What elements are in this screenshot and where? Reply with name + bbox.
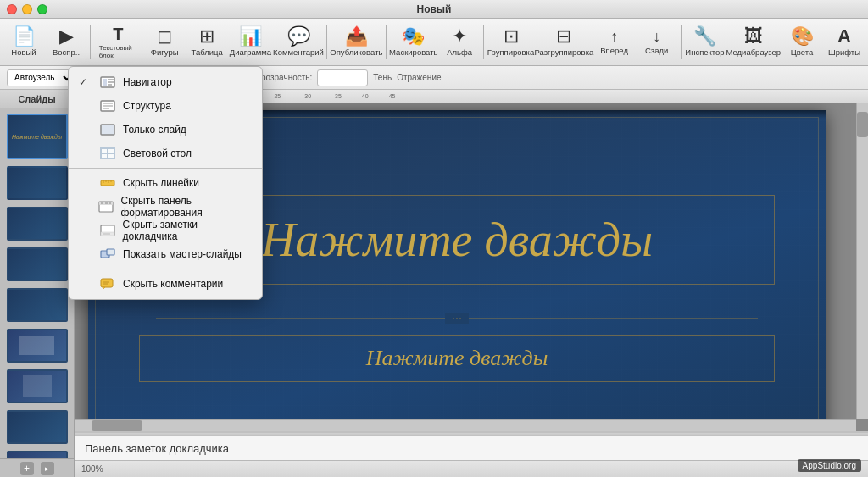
toolbar-ungroup[interactable]: ⊟ Разгруппировка <box>536 21 592 64</box>
opacity-label: Прозрачность: <box>255 73 313 82</box>
menu-item-navigator[interactable]: ✓ Навигатор <box>69 70 262 94</box>
navigator-icon <box>99 75 116 89</box>
slide-thumb-8[interactable] <box>7 410 68 444</box>
menu-separator-1 <box>69 168 262 169</box>
ruler-mark: 25 <box>274 93 281 99</box>
scrollbar-horizontal[interactable] <box>75 419 856 431</box>
toolbar-diagram[interactable]: 📊 Диаграмма <box>229 21 272 64</box>
window-title: Новый <box>417 3 452 15</box>
back-icon: ↓ <box>653 29 660 44</box>
toolbar-comment[interactable]: 💬 Комментарий <box>274 21 324 64</box>
separator-4 <box>483 25 484 59</box>
svg-rect-11 <box>102 149 107 153</box>
zoom-level: 100% <box>81 464 103 474</box>
notes-content[interactable]: Панель заметок докладчика <box>75 436 868 460</box>
slideonly-icon <box>99 123 116 136</box>
slide-thumb-4[interactable] <box>7 247 68 281</box>
menu-item-slideonly[interactable]: Только слайд <box>69 118 262 141</box>
view-menu: ✓ Навигатор Структура <box>68 66 263 300</box>
toolbar-alpha[interactable]: ✦ Альфа <box>439 21 480 64</box>
toolbar-ungroup-label: Разгруппировка <box>535 47 594 57</box>
close-button[interactable] <box>7 4 17 14</box>
slide-title: Нажмите дважды <box>261 214 653 266</box>
svg-rect-3 <box>108 81 114 83</box>
shadow-label: Тень <box>373 73 392 82</box>
toolbar-publish[interactable]: 📤 Опубликовать <box>331 21 381 64</box>
toolbar-mediabrowser[interactable]: 🖼 Медиабраузер <box>727 21 780 64</box>
appstudio-badge: AppStudio.org <box>798 459 861 472</box>
svg-rect-4 <box>108 84 112 86</box>
group-icon: ⊡ <box>504 27 519 46</box>
toolbar-table[interactable]: ⊞ Таблица <box>186 21 227 64</box>
toolbar-table-label: Таблица <box>192 47 223 57</box>
ruler-mark: 35 <box>335 93 342 99</box>
slide-thumb-6[interactable] <box>7 329 68 363</box>
toolbar-fonts-label: Шрифты <box>828 47 860 57</box>
minimize-button[interactable] <box>22 4 32 14</box>
thumb-1-text: Нажмите дважды <box>10 132 64 141</box>
toolbar-back[interactable]: ↓ Сзади <box>637 21 677 64</box>
menu-item-hideformat[interactable]: Скрыть панель форматирования <box>69 195 262 219</box>
toolbar-mediabrowser-label: Медиабраузер <box>726 47 781 57</box>
titlebar: Новый <box>0 0 868 19</box>
toolbar-colors[interactable]: 🎨 Цвета <box>782 21 822 64</box>
sidebar-header: Слайды <box>0 90 74 108</box>
toolbar-inspector[interactable]: 🔧 Инспектор <box>684 21 725 64</box>
scrollbar-vertical[interactable] <box>856 103 868 419</box>
ruler-mark: 45 <box>389 93 396 99</box>
maximize-button[interactable] <box>37 4 47 14</box>
toolbar-figures[interactable]: ◻ Фигуры <box>144 21 185 64</box>
menu-item-showmaster[interactable]: Показать мастер-слайды <box>69 242 262 266</box>
svg-rect-12 <box>108 149 114 153</box>
toolbar-alpha-label: Альфа <box>447 47 472 57</box>
toolbar-textblock[interactable]: T Текстовый блок <box>94 21 142 64</box>
svg-rect-15 <box>101 180 114 186</box>
menu-item-lightbox[interactable]: Световой стол <box>69 141 262 165</box>
sidebar: Слайды 1 Нажмите дважды 2 3 <box>0 90 75 477</box>
toolbar-play[interactable]: ▶ Воспр.. <box>46 21 86 64</box>
svg-rect-1 <box>103 79 107 86</box>
toolbar-publish-label: Опубликовать <box>330 47 382 57</box>
mediabrowser-icon: 🖼 <box>744 27 763 46</box>
slide-thumb-5[interactable] <box>7 288 68 322</box>
menu-item-hidecomments[interactable]: Скрыть комментарии <box>69 272 262 296</box>
new-icon: 📄 <box>13 27 36 46</box>
titlebar-buttons <box>7 4 47 14</box>
toolbar-textblock-label: Текстовый блок <box>99 44 137 59</box>
toolbar-forward[interactable]: ↑ Вперед <box>594 21 635 64</box>
slide-thumb-9[interactable] <box>7 451 68 458</box>
sidebar-collapse-button[interactable]: ▸ <box>41 462 54 475</box>
toolbar-group[interactable]: ⊡ Группировка <box>487 21 534 64</box>
separator-2 <box>326 25 327 59</box>
toolbar-fonts[interactable]: A Шрифты <box>824 21 865 64</box>
menu-separator-2 <box>69 269 262 269</box>
svg-rect-14 <box>108 154 114 158</box>
notes-bottom-bar: 100% <box>75 460 868 477</box>
font-select[interactable]: Автоузель <box>7 69 75 86</box>
menu-item-hidenotes[interactable]: Скрыть заметки докладчика <box>69 219 262 242</box>
slide-thumb-1[interactable]: Нажмите дважды <box>7 114 68 159</box>
fonts-icon: A <box>837 27 851 46</box>
ruler-mark: 40 <box>362 93 369 99</box>
toolbar-figures-label: Фигуры <box>151 47 179 57</box>
slide-subtitle-area[interactable]: Нажмите дважды <box>139 335 775 382</box>
slide-thumb-7[interactable] <box>7 369 68 403</box>
slide-thumb-2[interactable] <box>7 166 68 200</box>
opacity-input[interactable] <box>317 69 368 86</box>
hiderulers-icon <box>99 176 116 190</box>
toolbar-new[interactable]: 📄 Новый <box>3 21 44 64</box>
showmaster-icon <box>99 247 116 261</box>
menu-structure-label: Структура <box>123 100 171 112</box>
textblock-icon: T <box>113 25 123 42</box>
menu-item-structure[interactable]: Структура <box>69 94 262 118</box>
menu-item-hiderulers[interactable]: Скрыть линейки <box>69 171 262 195</box>
diagram-icon: 📊 <box>239 27 262 46</box>
svg-rect-2 <box>108 79 114 80</box>
slide-thumb-3[interactable] <box>7 207 68 241</box>
menu-slideonly-label: Только слайд <box>123 124 186 136</box>
toolbar-colors-label: Цвета <box>791 47 813 57</box>
toolbar-mask[interactable]: 🎭 Маскировать <box>389 21 437 64</box>
lightbox-icon <box>99 147 116 160</box>
menu-showmaster-label: Показать мастер-слайды <box>123 248 242 260</box>
add-slide-button[interactable]: + <box>20 462 34 475</box>
